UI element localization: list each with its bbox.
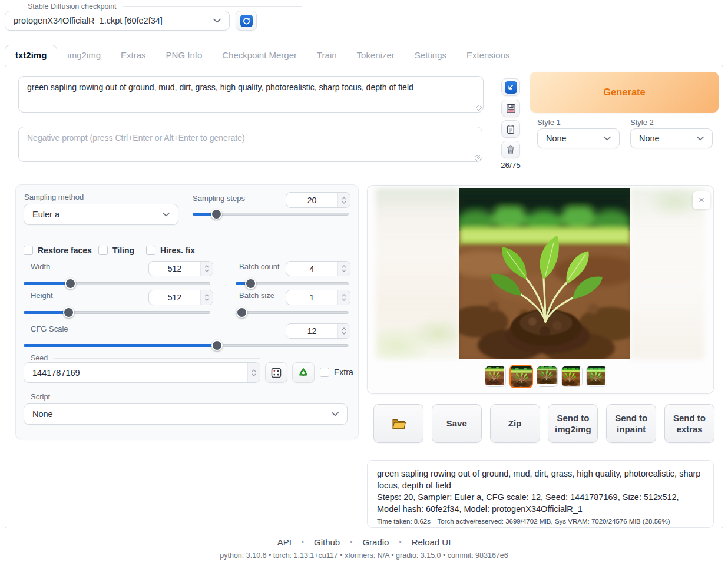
arrow-down-left-icon bbox=[505, 81, 517, 94]
output-actions: Save Zip Send to img2img Send to inpaint… bbox=[373, 404, 714, 443]
batch-count-slider[interactable] bbox=[236, 278, 349, 289]
bullet-separator: • bbox=[399, 538, 401, 547]
thumbnail-5[interactable] bbox=[586, 366, 607, 387]
checkpoint-select[interactable]: protogenX34OfficialR_1.ckpt [60fe2f34] bbox=[5, 11, 230, 31]
tab-txt2img[interactable]: txt2img bbox=[5, 45, 57, 65]
tiling-checkbox[interactable]: Tiling bbox=[98, 246, 134, 255]
send-to-extras-button[interactable]: Send to extras bbox=[664, 404, 714, 443]
send-to-img2img-button[interactable]: Send to img2img bbox=[548, 404, 598, 443]
floppy-disk-icon bbox=[505, 103, 517, 114]
batch-count-label: Batch count bbox=[239, 262, 280, 271]
number-spinner[interactable] bbox=[337, 324, 350, 338]
batch-count-input[interactable] bbox=[286, 261, 350, 276]
tab-tokenizer[interactable]: Tokenizer bbox=[347, 45, 405, 65]
width-label: Width bbox=[31, 262, 50, 271]
number-spinner[interactable] bbox=[200, 262, 213, 276]
seed-label-row: Seed bbox=[31, 354, 260, 362]
checkpoint-label: Stable Diffusion checkpoint bbox=[28, 2, 117, 11]
style2-select[interactable]: None bbox=[630, 128, 713, 148]
stable-diffusion-webui: Stable Diffusion checkpoint protogenX34O… bbox=[0, 0, 728, 569]
style1-select[interactable]: None bbox=[537, 128, 620, 148]
thumbnail-3[interactable] bbox=[537, 366, 558, 387]
tab-settings[interactable]: Settings bbox=[405, 45, 456, 65]
gallery-right-blur bbox=[630, 188, 704, 359]
script-label: Script bbox=[31, 392, 50, 401]
send-to-inpaint-button[interactable]: Send to inpaint bbox=[606, 404, 656, 443]
resize-handle[interactable] bbox=[475, 155, 481, 161]
number-spinner[interactable] bbox=[337, 290, 350, 305]
cfg-scale-label: CFG Scale bbox=[31, 325, 68, 333]
info-prompt-text: green sapling rowing out of ground, mud,… bbox=[377, 468, 704, 491]
bullet-separator: • bbox=[302, 538, 304, 547]
clipboard-icon bbox=[505, 124, 516, 135]
style2-label: Style 2 bbox=[630, 118, 654, 127]
checkbox bbox=[320, 368, 329, 377]
read-params-button[interactable] bbox=[501, 78, 520, 96]
github-link[interactable]: Github bbox=[314, 537, 340, 547]
prompt-input[interactable]: green sapling rowing out of ground, mud,… bbox=[18, 76, 484, 113]
checkbox bbox=[146, 246, 155, 255]
sampling-method-label: Sampling method bbox=[24, 193, 84, 201]
tab-extensions[interactable]: Extensions bbox=[456, 45, 519, 65]
close-preview-button[interactable]: × bbox=[693, 191, 710, 209]
tab-train[interactable]: Train bbox=[307, 45, 347, 65]
restore-faces-checkbox[interactable]: Restore faces bbox=[24, 246, 92, 255]
style1-label: Style 1 bbox=[537, 118, 561, 127]
number-spinner[interactable] bbox=[247, 363, 260, 382]
height-input[interactable] bbox=[148, 290, 213, 305]
sampling-steps-slider[interactable] bbox=[193, 209, 349, 219]
height-slider[interactable] bbox=[24, 307, 210, 317]
batch-size-label: Batch size bbox=[239, 291, 274, 300]
label-divider bbox=[123, 6, 302, 7]
api-link[interactable]: API bbox=[277, 537, 292, 547]
seed-label: Seed bbox=[31, 354, 48, 362]
gradio-link[interactable]: Gradio bbox=[362, 537, 389, 547]
sampling-steps-input[interactable] bbox=[286, 192, 350, 208]
info-params-text: Steps: 20, Sampler: Euler a, CFG scale: … bbox=[377, 491, 704, 515]
seed-input[interactable] bbox=[24, 362, 260, 383]
cfg-scale-input[interactable] bbox=[286, 323, 350, 339]
negative-prompt-input[interactable] bbox=[18, 127, 482, 162]
number-spinner[interactable] bbox=[337, 262, 350, 276]
thumbnail-1[interactable] bbox=[485, 366, 506, 387]
open-folder-button[interactable] bbox=[373, 404, 423, 443]
refresh-checkpoints-button[interactable] bbox=[236, 11, 257, 31]
chevron-down-icon bbox=[697, 136, 704, 141]
tab-img2img[interactable]: img2img bbox=[57, 45, 111, 65]
batch-size-slider[interactable] bbox=[236, 307, 349, 317]
cfg-scale-slider[interactable] bbox=[24, 340, 349, 350]
width-slider[interactable] bbox=[24, 278, 210, 289]
sampling-method-select[interactable]: Euler a bbox=[24, 204, 178, 225]
gallery-thumbnails bbox=[485, 365, 607, 388]
save-style-button[interactable] bbox=[501, 100, 520, 117]
footer-links: API • Github • Gradio • Reload UI bbox=[0, 537, 728, 547]
trash-icon bbox=[505, 144, 516, 156]
random-seed-button[interactable] bbox=[265, 362, 287, 383]
hires-fix-checkbox[interactable]: Hires. fix bbox=[146, 246, 195, 255]
reuse-seed-button[interactable] bbox=[292, 362, 315, 383]
apply-style-button[interactable] bbox=[501, 120, 520, 138]
width-input[interactable] bbox=[148, 261, 213, 276]
resize-handle[interactable] bbox=[476, 105, 482, 111]
number-spinner[interactable] bbox=[337, 193, 350, 207]
extra-seed-checkbox[interactable]: Extra bbox=[320, 368, 353, 377]
reload-ui-link[interactable]: Reload UI bbox=[412, 537, 451, 547]
generate-button[interactable]: Generate bbox=[530, 72, 719, 113]
tab-png-info[interactable]: PNG Info bbox=[156, 45, 213, 65]
bullet-separator: • bbox=[350, 538, 352, 547]
height-label: Height bbox=[31, 291, 53, 300]
batch-size-input[interactable] bbox=[286, 290, 350, 305]
refresh-icon bbox=[240, 15, 253, 27]
tab-extras[interactable]: Extras bbox=[111, 45, 156, 65]
thumbnail-4[interactable] bbox=[561, 366, 583, 387]
clear-prompt-button[interactable] bbox=[501, 141, 520, 158]
checkbox bbox=[98, 246, 108, 255]
thumbnail-2-selected[interactable] bbox=[509, 365, 533, 388]
zip-button[interactable]: Zip bbox=[490, 404, 540, 443]
number-spinner[interactable] bbox=[200, 290, 213, 305]
generated-image[interactable] bbox=[459, 188, 630, 359]
checkpoint-label-row: Stable Diffusion checkpoint bbox=[28, 2, 302, 11]
script-select[interactable]: None bbox=[24, 403, 348, 425]
tab-checkpoint-merger[interactable]: Checkpoint Merger bbox=[212, 45, 307, 65]
save-button[interactable]: Save bbox=[432, 404, 482, 443]
